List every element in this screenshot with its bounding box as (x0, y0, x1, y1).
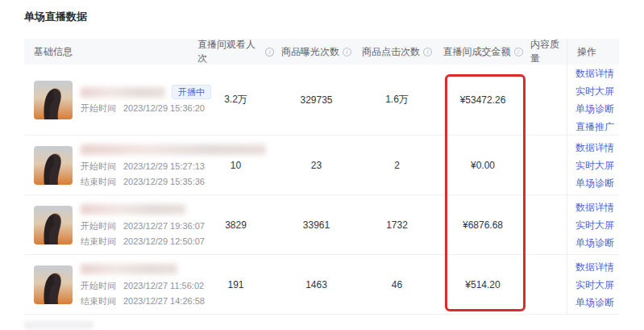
start-time-label: 开始时间 (81, 281, 116, 290)
action-link-session-diagnosis[interactable]: 单场诊断 (575, 234, 619, 252)
start-time-label: 开始时间 (81, 103, 116, 113)
gmv-cell: ¥0.00 (435, 160, 530, 171)
start-time-value: 2023/12/27 19:36:07 (123, 221, 205, 231)
action-link-data-details[interactable]: 数据详情 (575, 139, 619, 157)
start-time-value: 2023/12/27 11:56:02 (123, 281, 204, 290)
clicks-cell: 1.6万 (359, 93, 435, 107)
header-label: 内容质量 (530, 38, 567, 65)
info-icon[interactable]: i (514, 48, 523, 56)
end-time-value: 2023/12/29 12:50:07 (123, 236, 205, 246)
header-label: 商品曝光次数 (281, 45, 339, 59)
viewers-cell: 3.2万 (197, 93, 274, 107)
clicks-cell: 46 (359, 279, 435, 290)
streamer-name-redacted (81, 264, 177, 274)
action-link-session-diagnosis[interactable]: 单场诊断 (575, 100, 619, 118)
basic-info-cell: 开播中 开始时间2023/12/29 15:36:20 (24, 81, 197, 119)
info-icon[interactable]: i (265, 48, 274, 56)
streamer-avatar (34, 81, 73, 119)
exposures-cell: 1463 (274, 279, 359, 290)
start-time-value: 2023/12/29 15:27:13 (123, 161, 205, 171)
basic-info-cell: 开始时间2023/12/27 19:36:07 结束时间2023/12/29 1… (24, 203, 197, 248)
streamer-name-redacted (81, 144, 266, 155)
start-time-label: 开始时间 (81, 221, 116, 231)
end-time-line: 结束时间2023/12/29 15:35:36 (81, 176, 266, 188)
header-label: 直播间成交金额 (443, 45, 511, 59)
end-time-value: 2023/12/29 15:35:36 (123, 177, 205, 186)
action-link-data-details[interactable]: 数据详情 (575, 198, 619, 216)
header-label: 直播间观看人次 (197, 38, 262, 65)
start-time-line: 开始时间2023/12/27 19:36:07 (81, 220, 205, 232)
actions-cell: 数据详情实时大屏单场诊断 (567, 255, 619, 314)
session-info: 开始时间2023/12/27 19:36:07 结束时间2023/12/29 1… (81, 203, 205, 248)
gmv-cell: ¥6876.68 (435, 219, 530, 231)
basic-info-cell: 开始时间2023/12/29 15:27:13 结束时间2023/12/29 1… (24, 143, 197, 188)
table-row: 开始时间2023/12/27 11:56:02 结束时间2023/12/27 1… (24, 255, 619, 315)
exposures-cell: 33961 (274, 219, 359, 231)
gmv-cell: ¥53472.26 (435, 94, 530, 106)
start-time-value: 2023/12/29 15:36:20 (123, 103, 205, 113)
action-link-realtime-screen[interactable]: 实时大屏 (575, 216, 619, 234)
header-cell: 商品点击次数 i (359, 45, 435, 59)
viewers-cell: 10 (197, 160, 274, 171)
info-icon[interactable]: i (423, 48, 432, 56)
start-time-line: 开始时间2023/12/29 15:36:20 (81, 102, 211, 115)
page: 单场直播数据 基础信息 直播间观看人次 i 商品曝光次数 i 商品点击次数 i … (0, 0, 644, 330)
action-link-realtime-screen[interactable]: 实时大屏 (575, 276, 619, 294)
streamer-avatar (34, 146, 73, 185)
end-time-line: 结束时间2023/12/27 14:26:58 (81, 295, 205, 307)
clicks-cell: 1732 (359, 219, 435, 231)
header-cell: 商品曝光次数 i (274, 45, 359, 59)
end-time-label: 结束时间 (81, 296, 116, 306)
table-body: 开播中 开始时间2023/12/29 15:36:20 3.2万 329735 … (24, 65, 619, 315)
streamer-name-redacted (81, 87, 165, 98)
page-title: 单场直播数据 (0, 0, 644, 24)
start-time-label: 开始时间 (81, 161, 116, 171)
next-section-cutoff (24, 321, 93, 329)
action-link-session-diagnosis[interactable]: 单场诊断 (575, 294, 619, 311)
end-time-label: 结束时间 (81, 177, 116, 186)
table-row: 开播中 开始时间2023/12/29 15:36:20 3.2万 329735 … (24, 65, 619, 136)
table-header-row: 基础信息 直播间观看人次 i 商品曝光次数 i 商品点击次数 i 直播间成交金额… (24, 39, 619, 65)
clicks-cell: 2 (359, 160, 435, 171)
action-link-session-diagnosis[interactable]: 单场诊断 (575, 174, 619, 192)
end-time-label: 结束时间 (81, 236, 116, 246)
header-cell: 直播间观看人次 i (197, 38, 274, 65)
streamer-avatar (34, 265, 73, 304)
streamer-name-redacted (81, 204, 185, 215)
viewers-cell: 3829 (197, 219, 274, 231)
action-link-data-details[interactable]: 数据详情 (575, 65, 619, 82)
action-link-realtime-screen[interactable]: 实时大屏 (575, 82, 619, 100)
header-label: 商品点击次数 (362, 45, 420, 59)
actions-cell: 数据详情实时大屏单场诊断直播推广 (567, 65, 619, 135)
actions-cell: 数据详情实时大屏单场诊断 (567, 195, 619, 254)
header-label: 操作 (577, 45, 596, 59)
viewers-cell: 191 (197, 279, 274, 290)
action-link-data-details[interactable]: 数据详情 (575, 258, 619, 276)
session-info: 开始时间2023/12/27 11:56:02 结束时间2023/12/27 1… (81, 262, 205, 307)
gmv-cell: ¥514.20 (435, 279, 530, 290)
basic-info-cell: 开始时间2023/12/27 11:56:02 结束时间2023/12/27 1… (24, 262, 197, 307)
live-data-table: 基础信息 直播间观看人次 i 商品曝光次数 i 商品点击次数 i 直播间成交金额… (24, 39, 619, 315)
exposures-cell: 329735 (274, 94, 359, 106)
info-icon[interactable]: i (343, 48, 351, 56)
start-time-line: 开始时间2023/12/27 11:56:02 (81, 280, 205, 292)
streamer-avatar (34, 206, 73, 244)
action-link-live-promotion[interactable]: 直播推广 (575, 118, 619, 136)
header-cell: 基础信息 (24, 45, 197, 59)
actions-cell: 数据详情实时大屏单场诊断 (567, 136, 619, 194)
exposures-cell: 23 (274, 160, 359, 171)
table-row: 开始时间2023/12/27 19:36:07 结束时间2023/12/29 1… (24, 195, 619, 255)
end-time-line: 结束时间2023/12/29 12:50:07 (81, 236, 205, 248)
session-info: 开播中 开始时间2023/12/29 15:36:20 (81, 85, 211, 115)
end-time-value: 2023/12/27 14:26:58 (123, 296, 205, 306)
header-cell: 内容质量 (530, 38, 567, 65)
action-link-realtime-screen[interactable]: 实时大屏 (575, 157, 619, 174)
header-cell: 操作 (567, 39, 619, 65)
header-label: 基础信息 (34, 45, 73, 59)
table-row: 开始时间2023/12/29 15:27:13 结束时间2023/12/29 1… (24, 136, 619, 195)
header-cell: 直播间成交金额 i (435, 45, 530, 59)
